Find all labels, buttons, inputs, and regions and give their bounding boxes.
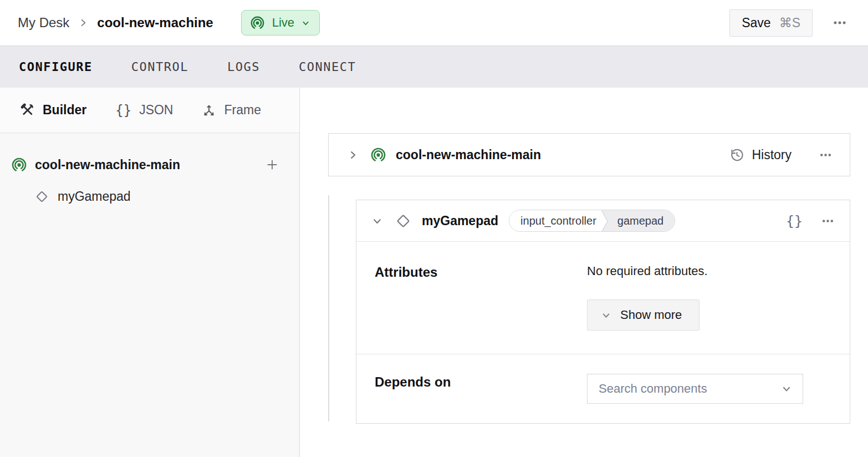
part-card-menu-button[interactable]: [816, 145, 835, 165]
tree-machine-part-label: cool-new-machine-main: [35, 158, 263, 172]
component-diamond-icon: [395, 212, 412, 230]
show-more-button[interactable]: Show more: [587, 299, 699, 331]
tree-item-machine-part[interactable]: cool-new-machine-main: [0, 149, 299, 181]
machine-part-card: cool-new-machine-main History: [328, 133, 850, 176]
header-overflow-menu-button[interactable]: [829, 12, 850, 33]
view-mode-frame-label: Frame: [224, 103, 261, 118]
machine-tab-bar: CONFIGURE CONTROL LOGS CONNECT: [0, 45, 868, 88]
view-mode-json[interactable]: {} JSON: [115, 103, 173, 118]
ellipsis-icon: [818, 148, 833, 163]
component-diamond-icon: [34, 189, 49, 204]
machine-resource-tree: cool-new-machine-main myGamepad: [0, 133, 299, 212]
component-card-header: myGamepad input_controller gamepad {}: [356, 200, 850, 242]
history-button-label: History: [752, 148, 792, 163]
breadcrumb-parent-link[interactable]: My Desk: [18, 15, 69, 31]
frame-axes-icon: [202, 103, 216, 118]
view-mode-builder-label: Builder: [43, 103, 86, 118]
app-header: My Desk cool-new-machine Live Save ⌘S: [0, 0, 868, 45]
chevron-right-icon: [348, 150, 358, 160]
component-collapse-button[interactable]: [372, 216, 382, 226]
history-clock-icon: [729, 148, 744, 163]
configure-body: Builder {} JSON Frame cool-new-machine-m…: [0, 88, 868, 457]
chevron-down-icon: [782, 384, 792, 394]
json-braces-icon: {}: [115, 103, 131, 118]
part-card-title: cool-new-machine-main: [396, 148, 541, 163]
ellipsis-icon: [820, 214, 835, 228]
view-mode-json-label: JSON: [139, 103, 173, 118]
depends-on-content: Search components: [587, 374, 831, 404]
component-name: myGamepad: [422, 214, 498, 228]
tab-logs[interactable]: LOGS: [227, 60, 260, 74]
tab-configure[interactable]: CONFIGURE: [19, 60, 93, 74]
view-mode-builder[interactable]: Builder: [20, 103, 86, 118]
badge-separator-chevron: [601, 210, 610, 232]
part-card-expand-button[interactable]: [348, 150, 358, 160]
live-broadcast-icon: [370, 147, 386, 163]
machine-name-title: cool-new-machine: [97, 15, 213, 31]
depends-on-label: Depends on: [375, 374, 587, 404]
tree-item-component[interactable]: myGamepad: [0, 181, 299, 212]
component-json-toggle-button[interactable]: {}: [786, 213, 803, 229]
save-button-label: Save: [742, 16, 770, 31]
plus-icon: [265, 158, 279, 172]
chevron-down-icon: [372, 216, 382, 226]
attributes-empty-text: No required attributes.: [587, 264, 831, 278]
attributes-section: Attributes No required attributes. Show …: [356, 242, 850, 354]
component-type-label: input_controller: [509, 210, 601, 231]
tree-component-label: myGamepad: [58, 189, 131, 204]
show-more-label: Show more: [620, 308, 682, 322]
attributes-label: Attributes: [375, 264, 587, 331]
depends-on-select[interactable]: Search components: [587, 374, 803, 404]
breadcrumb: My Desk cool-new-machine: [18, 15, 213, 31]
component-type-badge: input_controller gamepad: [509, 210, 675, 232]
save-shortcut-hint: ⌘S: [779, 16, 800, 31]
configure-sidebar: Builder {} JSON Frame cool-new-machine-m…: [0, 88, 300, 457]
status-badge-label: Live: [272, 16, 294, 30]
live-broadcast-icon: [11, 157, 27, 173]
configure-main-panel: cool-new-machine-main History myGamepad …: [300, 88, 868, 457]
save-button[interactable]: Save ⌘S: [729, 9, 813, 37]
component-menu-button[interactable]: [820, 214, 835, 228]
component-card-actions: {}: [786, 213, 835, 229]
tab-connect[interactable]: CONNECT: [299, 60, 356, 74]
view-mode-frame[interactable]: Frame: [202, 103, 261, 118]
depends-on-section: Depends on Search components: [356, 354, 850, 423]
chevron-down-icon: [601, 311, 611, 320]
depends-on-placeholder: Search components: [599, 382, 782, 396]
component-model-label: gamepad: [610, 210, 675, 231]
add-component-button[interactable]: [263, 155, 282, 174]
ellipsis-icon: [831, 14, 848, 31]
live-broadcast-icon: [250, 16, 265, 31]
tree-connector-line: [328, 195, 329, 422]
chevron-down-icon: [302, 19, 310, 27]
tab-control[interactable]: CONTROL: [131, 60, 188, 74]
header-actions: Save ⌘S: [729, 9, 850, 37]
view-mode-toggle: Builder {} JSON Frame: [0, 88, 299, 133]
attributes-content: No required attributes. Show more: [587, 264, 831, 331]
machine-status-badge[interactable]: Live: [241, 10, 320, 35]
builder-tools-icon: [20, 103, 35, 118]
history-button[interactable]: History: [726, 147, 795, 163]
component-card: myGamepad input_controller gamepad {}: [356, 200, 850, 424]
breadcrumb-chevron-icon: [78, 18, 88, 28]
